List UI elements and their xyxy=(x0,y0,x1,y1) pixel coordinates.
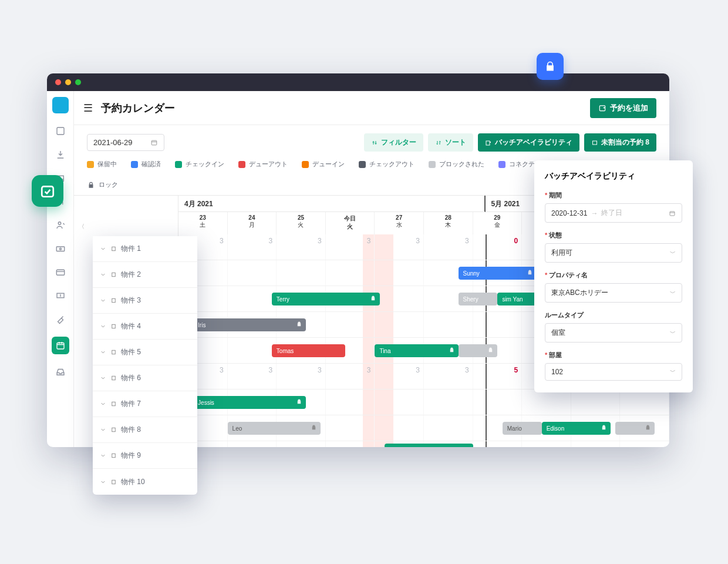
nav-download-icon[interactable] xyxy=(55,149,66,160)
property-item[interactable]: 物件 3 xyxy=(93,288,197,314)
booking-bar-edison[interactable]: Edison xyxy=(542,422,611,435)
svg-rect-8 xyxy=(57,343,64,350)
prev-arrow[interactable]: 〈 xyxy=(79,223,85,231)
booking-bar-sunny[interactable]: Sunny xyxy=(459,267,537,280)
add-reservation-button[interactable]: 予約を追加 xyxy=(590,98,656,118)
building-icon xyxy=(110,246,117,252)
export-icon xyxy=(485,139,492,146)
date-to-placeholder: 終了日 xyxy=(601,208,622,218)
svg-rect-23 xyxy=(112,454,116,457)
legend-swatch-duein xyxy=(302,161,309,168)
lock-icon xyxy=(645,424,651,431)
legend-swatch-checkin xyxy=(175,161,182,168)
batch-availability-button[interactable]: バッチアベイラビリティ xyxy=(478,133,579,152)
chevron-down-icon xyxy=(100,297,106,304)
filter-icon xyxy=(371,139,378,146)
property-item[interactable]: 物件 5 xyxy=(93,340,197,365)
unassigned-button[interactable]: 未割当の予約 8 xyxy=(584,133,656,152)
building-icon xyxy=(110,401,117,407)
nav-dashboard-icon[interactable] xyxy=(55,125,66,137)
lock-icon xyxy=(296,321,302,327)
svg-rect-20 xyxy=(112,376,116,380)
booking-bar-jessis[interactable]: Jessis xyxy=(193,396,306,409)
property-item[interactable]: 物件 10 xyxy=(93,469,197,495)
calendar-check-icon xyxy=(40,183,55,199)
building-icon xyxy=(110,375,117,381)
property-item[interactable]: 物件 7 xyxy=(93,391,197,417)
unassigned-label: 未割当の予約 8 xyxy=(601,137,649,147)
booking-bar-tina[interactable]: Tina xyxy=(375,344,458,357)
property-item[interactable]: 物件 6 xyxy=(93,365,197,391)
svg-rect-1 xyxy=(57,127,64,135)
minimize-dot[interactable] xyxy=(65,79,71,85)
sort-label: ソート xyxy=(445,137,466,147)
svg-rect-16 xyxy=(112,273,116,276)
status-value: 利用可 xyxy=(551,248,572,258)
lock-icon xyxy=(449,347,455,353)
svg-point-3 xyxy=(58,222,61,225)
page-header: ☰ 予約カレンダー 予約を追加 xyxy=(74,91,669,125)
property-value: 東京ABCホリデー xyxy=(551,288,608,298)
booking-row: Jessis xyxy=(178,390,669,415)
booking-bar-zizhou[interactable]: Zi Zhou xyxy=(385,444,473,447)
lock-icon xyxy=(370,295,376,301)
property-item[interactable]: 物件 8 xyxy=(93,417,197,443)
property-select[interactable]: 東京ABCホリデー ﹀ xyxy=(545,283,682,303)
legend-pending: 保留中 xyxy=(97,160,117,169)
booking-bar-terry[interactable]: Terry xyxy=(272,293,380,306)
legend-locked: ロック xyxy=(99,180,118,189)
nav-inbox-icon[interactable] xyxy=(55,366,66,378)
plus-calendar-icon xyxy=(598,104,606,112)
property-item[interactable]: 物件 1 xyxy=(93,236,197,262)
legend-confirmed: 確認済 xyxy=(141,160,161,169)
nav-cleaning-icon[interactable] xyxy=(55,313,66,325)
property-item[interactable]: 物件 9 xyxy=(93,443,197,469)
booking-row: Zi Zhou xyxy=(178,441,669,447)
chevron-down-icon xyxy=(100,427,106,433)
close-dot[interactable] xyxy=(55,79,61,85)
filter-button[interactable]: フィルター xyxy=(364,133,423,152)
property-item[interactable]: 物件 2 xyxy=(93,262,197,288)
svg-rect-4 xyxy=(56,247,65,251)
booking-bar-blocked[interactable] xyxy=(615,422,655,435)
legend-checkin: チェックイン xyxy=(186,160,224,169)
building-icon xyxy=(110,349,117,355)
nav-cash-icon[interactable] xyxy=(55,243,66,254)
chevron-down-icon xyxy=(100,246,106,252)
sort-button[interactable]: ソート xyxy=(428,133,473,152)
maximize-dot[interactable] xyxy=(75,79,81,85)
lock-icon xyxy=(527,269,533,276)
calendar-icon xyxy=(669,210,676,217)
building-icon xyxy=(110,479,117,485)
list-icon xyxy=(591,139,598,146)
booking-bar-leo[interactable]: Leo xyxy=(228,422,321,435)
nav-calendar-icon[interactable] xyxy=(52,337,69,354)
status-select[interactable]: 利用可 ﹀ xyxy=(545,243,682,263)
lock-icon xyxy=(87,181,95,189)
date-picker[interactable]: 2021-06-29 xyxy=(87,134,164,151)
svg-rect-6 xyxy=(56,270,65,275)
room-select[interactable]: 102 ﹀ xyxy=(545,363,682,381)
property-item[interactable]: 物件 4 xyxy=(93,314,197,340)
booking-bar-tomas[interactable]: Tomas xyxy=(272,344,345,357)
period-range-input[interactable]: 2020-12-31 → 終了日 xyxy=(545,203,682,223)
chevron-down-icon xyxy=(100,479,106,485)
building-icon xyxy=(110,427,117,433)
nav-user-icon[interactable] xyxy=(55,219,66,231)
date-value: 2021-06-29 xyxy=(93,138,133,147)
booking-bar-blocked[interactable] xyxy=(459,344,498,357)
nav-money-icon[interactable] xyxy=(55,290,66,301)
menu-toggle-icon[interactable]: ☰ xyxy=(83,102,93,115)
nav-card-icon[interactable] xyxy=(55,266,66,278)
legend-duein: デューイン xyxy=(312,160,345,169)
status-label: 状態 xyxy=(545,231,682,240)
svg-rect-25 xyxy=(670,212,675,216)
legend-swatch-dueout xyxy=(238,161,245,168)
booking-bar-mario[interactable]: Mario xyxy=(503,422,542,435)
roomtype-select[interactable]: 個室 ﹀ xyxy=(545,323,682,343)
booking-bar-shery[interactable]: Shery xyxy=(459,293,498,306)
month-left: 4月 2021 xyxy=(178,196,486,212)
chevron-down-icon: ﹀ xyxy=(670,329,676,337)
period-label: 期間 xyxy=(545,191,682,200)
booking-bar-iris[interactable]: Iris xyxy=(193,318,306,331)
